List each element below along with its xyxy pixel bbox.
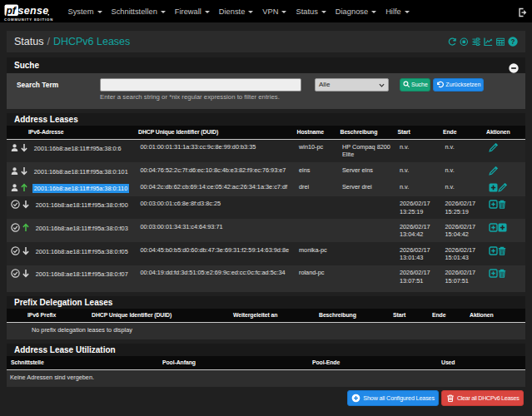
svg-text:COMMUNITY EDITION: COMMUNITY EDITION	[4, 17, 53, 21]
svg-text:?: ?	[510, 38, 515, 46]
svg-text:sense: sense	[18, 4, 49, 16]
svg-text:pf: pf	[5, 4, 17, 16]
